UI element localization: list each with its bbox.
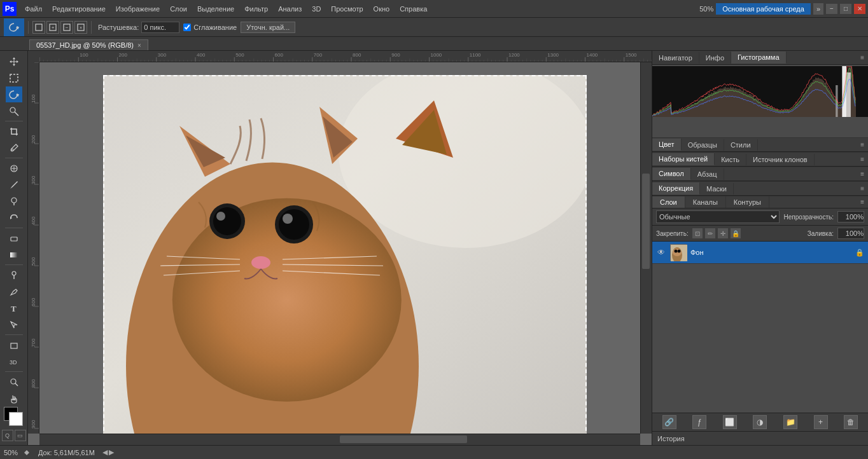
layer-row-fon[interactable]: 👁 Фон 🔒	[652, 242, 868, 264]
history-brush-tool[interactable]	[6, 210, 22, 226]
screen-mode-btn[interactable]: ▭	[15, 430, 26, 441]
marquee-tool[interactable]	[6, 70, 22, 86]
char-panel-expand[interactable]: ≡	[857, 169, 868, 179]
blend-mode-select[interactable]: Обычные	[656, 210, 780, 223]
layers-panel-expand[interactable]: ≡	[857, 196, 868, 208]
scrollbar-v-thumb[interactable]	[642, 174, 650, 269]
close-button[interactable]: ✕	[854, 4, 865, 14]
tab-styles[interactable]: Стили	[724, 139, 758, 151]
maximize-button[interactable]: □	[840, 4, 851, 14]
scrollbar-horizontal[interactable]	[39, 434, 640, 445]
layer-adjustment-button[interactable]: ◑	[753, 415, 767, 429]
layer-mask-button[interactable]: ⬜	[723, 415, 737, 429]
brush-tool[interactable]	[6, 177, 22, 193]
eyedropper-tool[interactable]	[6, 140, 22, 156]
tab-paths[interactable]: Контуры	[726, 196, 769, 208]
top-panel-expand[interactable]: ≡	[857, 53, 868, 62]
clone-stamp-tool[interactable]	[6, 193, 22, 209]
status-prev[interactable]: ◀	[102, 448, 108, 456]
menu-file[interactable]: Файл	[20, 4, 46, 14]
pen-tool[interactable]	[6, 284, 22, 299]
scrollbar-vertical[interactable]	[640, 62, 652, 434]
lock-all[interactable]: 🔒	[731, 228, 741, 238]
tab-layers[interactable]: Слои	[652, 196, 685, 208]
workspace-arrow[interactable]: »	[813, 3, 823, 15]
layer-delete-button[interactable]: 🗑	[844, 415, 858, 429]
feather-input[interactable]	[141, 22, 179, 33]
eraser-tool[interactable]	[6, 230, 22, 246]
quick-mask-btn[interactable]: Q	[2, 430, 13, 441]
menu-window[interactable]: Окно	[369, 4, 395, 14]
scrollbar-h-thumb[interactable]	[340, 435, 467, 443]
fill-input[interactable]	[837, 228, 864, 239]
tab-color[interactable]: Цвет	[652, 139, 682, 151]
menu-analysis[interactable]: Анализ	[274, 4, 306, 14]
layer-group-button[interactable]: 📁	[783, 415, 797, 429]
menu-view[interactable]: Просмотр	[326, 4, 367, 14]
minimize-button[interactable]: −	[826, 4, 837, 14]
workspace-button[interactable]: Основная рабочая среда	[716, 3, 811, 15]
type-tool[interactable]: T	[6, 300, 22, 316]
menu-image[interactable]: Изображение	[111, 4, 164, 14]
status-next[interactable]: ▶	[109, 448, 114, 456]
svg-rect-309	[727, 88, 729, 117]
mode-new[interactable]	[32, 21, 45, 34]
lock-transparent[interactable]: ⊡	[692, 228, 703, 238]
canvas-area[interactable]: 1002003004005006007008009001000110012001…	[28, 51, 652, 445]
layer-style-button[interactable]: ƒ	[692, 415, 706, 429]
move-tool[interactable]	[6, 53, 22, 69]
tab-brush-presets[interactable]: Наборы кистей	[652, 153, 715, 165]
tab-adjustments[interactable]: Коррекция	[652, 182, 700, 195]
path-select-tool[interactable]	[6, 317, 22, 332]
tab-swatches[interactable]: Образцы	[682, 139, 724, 151]
layer-new-button[interactable]: +	[814, 415, 828, 429]
background-color[interactable]	[9, 412, 23, 426]
opacity-input[interactable]	[837, 211, 864, 223]
crop-tool[interactable]	[6, 123, 22, 139]
dodge-tool[interactable]	[6, 267, 22, 283]
tab-info[interactable]: Инфо	[699, 52, 731, 64]
tab-histogram[interactable]: Гистограмма	[731, 51, 787, 64]
layer-link-button[interactable]: 🔗	[662, 415, 676, 429]
spot-heal-tool[interactable]	[6, 160, 22, 176]
menu-layers[interactable]: Слои	[165, 4, 192, 14]
menu-3d[interactable]: 3D	[307, 4, 325, 14]
brush-panel-expand[interactable]: ≡	[857, 154, 868, 164]
shape-tool[interactable]	[6, 337, 22, 353]
tab-channels[interactable]: Каналы	[685, 196, 726, 208]
layer-visibility-eye[interactable]: 👁	[656, 247, 666, 257]
lasso-tool[interactable]	[6, 86, 22, 102]
gradient-tool[interactable]	[6, 247, 22, 263]
mode-subtract[interactable]: −	[60, 21, 73, 34]
menu-select[interactable]: Выделение	[193, 4, 239, 14]
lasso-tool-icon[interactable]	[4, 18, 24, 36]
magic-wand-tool[interactable]	[6, 103, 22, 119]
lock-move[interactable]: ✛	[718, 228, 728, 238]
svg-rect-312	[731, 88, 732, 117]
hand-tool[interactable]	[6, 390, 22, 406]
smooth-checkbox[interactable]	[183, 24, 191, 31]
zoom-tool[interactable]	[6, 374, 22, 390]
svg-rect-379	[816, 78, 818, 117]
document-tab[interactable]: 05537_HD.jpg @ 50% (RGB/8) ×	[29, 39, 148, 50]
svg-rect-275	[684, 109, 685, 117]
color-panel-expand[interactable]: ≡	[857, 140, 868, 149]
tab-masks[interactable]: Маски	[700, 183, 734, 195]
tab-close-button[interactable]: ×	[137, 42, 141, 49]
mode-intersect[interactable]: ×	[74, 21, 87, 34]
3d-tool[interactable]: 3D	[6, 353, 22, 369]
menu-edit[interactable]: Редактирование	[48, 4, 110, 14]
refine-edge-button[interactable]: Уточн. край...	[241, 22, 295, 33]
tab-character[interactable]: Символ	[652, 168, 691, 180]
status-arrows[interactable]	[23, 448, 33, 458]
tab-brush[interactable]: Кисть	[715, 154, 746, 165]
adj-panel-expand[interactable]: ≡	[857, 184, 868, 193]
lock-pixels[interactable]: ✏	[705, 228, 715, 238]
menu-filter[interactable]: Фильтр	[240, 4, 272, 14]
menu-help[interactable]: Справка	[395, 4, 431, 14]
canvas-content[interactable]	[39, 62, 640, 434]
mode-add[interactable]: +	[46, 21, 59, 34]
tab-paragraph[interactable]: Абзац	[691, 168, 724, 180]
tab-clone-source[interactable]: Источник клонов	[746, 154, 815, 165]
tab-navigator[interactable]: Навигатор	[652, 52, 699, 64]
